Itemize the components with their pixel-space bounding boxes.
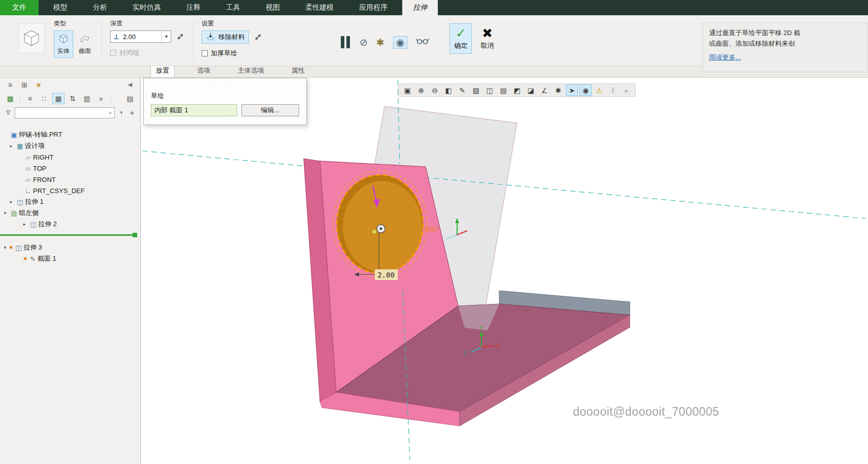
tab-body-options[interactable]: 主体选项 [233, 65, 269, 77]
tree-item-part[interactable]: ▣ 焊锡-转轴.PRT [0, 129, 140, 140]
feature-preview-icon[interactable]: ◉ [393, 36, 408, 49]
sketch-collector-field[interactable]: 内部 截面 1 [151, 104, 237, 116]
tree-item-label: 拉伸 3 [23, 243, 42, 252]
expander-icon[interactable]: ▸ [7, 143, 15, 148]
folder-browser-icon[interactable]: ⊞ [18, 79, 30, 90]
tree-item-design-items[interactable]: ▸ ▦ 设计项 [0, 140, 140, 151]
expander-icon[interactable]: ▸ [7, 199, 15, 204]
menu-tools[interactable]: 工具 [215, 0, 251, 15]
verify-feature-icon[interactable]: ✱ [376, 38, 384, 47]
menu-live-simulation[interactable]: 实时仿真 [122, 0, 172, 15]
tab-options[interactable]: 选项 [192, 65, 215, 77]
settings-group-label: 设置 [202, 19, 264, 28]
filter-icon[interactable]: ∇ [4, 109, 12, 116]
glasses-3d-icon[interactable] [416, 38, 429, 47]
tree-item-top-plane[interactable]: ▱ TOP [0, 163, 140, 174]
repaint-icon[interactable]: ◧ [442, 84, 455, 96]
solid-button[interactable]: 实体 [54, 30, 73, 58]
menu-analysis[interactable]: 分析 [82, 0, 118, 15]
zoom-out-icon[interactable]: ⊖ [429, 84, 441, 96]
more-tools-icon[interactable]: » [95, 93, 107, 104]
columns-icon[interactable]: ▥ [81, 93, 93, 104]
menu-applications[interactable]: 应用程序 [348, 0, 398, 15]
depth-value-input[interactable]: 2.00 [122, 33, 162, 41]
menu-model[interactable]: 模型 [43, 0, 78, 15]
insert-here-knob[interactable] [133, 233, 137, 237]
panel-drag-handle[interactable]: · · · · [151, 79, 299, 85]
collapse-panel-icon[interactable]: ◀ [124, 79, 136, 90]
sketch-pen-icon[interactable]: ✎ [456, 84, 468, 96]
thicken-sketch-checkbox[interactable] [202, 50, 208, 56]
zoom-in-icon[interactable]: ⊕ [415, 84, 427, 96]
menu-flexible-modeling[interactable]: 柔性建模 [295, 0, 344, 15]
warning-icon[interactable]: ⚠ [593, 84, 605, 96]
insert-here-indicator[interactable] [0, 234, 137, 236]
depth-combo[interactable]: ⊥ 2.00 ▼ [110, 30, 171, 43]
graphics-viewport[interactable]: 2.00 截面1 Y X Z ▣ [141, 78, 868, 464]
no-preview-icon[interactable]: ⊘ [360, 38, 368, 47]
edit-sketch-button[interactable]: 编辑... [241, 104, 299, 116]
select-mode-icon[interactable]: ➤ [566, 84, 578, 96]
tree-search-input[interactable] [15, 108, 106, 117]
surface-button[interactable]: 曲面 [75, 30, 94, 58]
flip-depth-direction-icon[interactable] [175, 31, 186, 42]
display-style-icon[interactable]: ▧ [470, 84, 482, 96]
tree-item-csys[interactable]: ∟ PRT_CSYS_DEF [0, 185, 140, 196]
pause-bar-icon [341, 36, 344, 48]
group-icon: ▤ [9, 209, 19, 217]
tree-item-extrude-2[interactable]: ▸ ◫ 拉伸 2 [0, 219, 140, 230]
menu-view[interactable]: 视图 [255, 0, 291, 15]
zoom-region-icon[interactable]: ▣ [401, 84, 413, 96]
tree-item-right-plane[interactable]: ▱ RIGHT [0, 151, 140, 163]
snap-mode-icon[interactable]: ◉ [580, 84, 592, 96]
search-field-wrap: × [15, 107, 115, 118]
cancel-button[interactable]: ✖ 取消 [476, 23, 498, 54]
ok-button[interactable]: ✓ 确定 [449, 23, 472, 54]
annotation-display-icon[interactable]: ∠ [538, 84, 551, 96]
tree-item-group-left[interactable]: ▾ ▤ 组左侧 [0, 207, 140, 219]
open-sheet-icon[interactable]: ▤ [124, 93, 136, 104]
tree-settings-icon[interactable]: ▩ [4, 93, 16, 104]
pause-button[interactable] [340, 36, 351, 48]
menu-annotate[interactable]: 注释 [176, 0, 211, 15]
sketch-center-point[interactable] [372, 230, 377, 234]
tab-properties[interactable]: 属性 [286, 65, 310, 77]
add-filter-icon[interactable]: + [128, 109, 136, 117]
tree-item-front-plane[interactable]: ▱ FRONT [0, 174, 140, 185]
toolbar-separator [111, 95, 111, 103]
extrude-icon: ◫ [15, 198, 25, 206]
pause-display-icon[interactable]: ‖ [607, 84, 619, 96]
depth-type-icon[interactable]: ⊥ [111, 33, 122, 41]
part-icon: ▣ [9, 131, 19, 139]
section-view-icon[interactable]: ◫ [484, 84, 496, 96]
tree-item-extrude-3[interactable]: ▾ ✱ ◫ 拉伸 3 [0, 242, 140, 253]
placement-panel: · · · · 草绘 内部 截面 1 编辑... [143, 78, 307, 125]
search-dropdown-icon[interactable]: ▾ [117, 109, 125, 116]
favorites-icon[interactable]: ★ [33, 79, 45, 90]
flip-material-side-icon[interactable] [252, 32, 264, 43]
scene-settings-icon[interactable]: ◩ [511, 84, 523, 96]
read-more-link[interactable]: 阅读更多... [709, 52, 741, 63]
thicken-sketch-toggle[interactable]: 加厚草绘 [202, 49, 264, 58]
menu-tab-extrude[interactable]: 拉伸 [402, 0, 438, 15]
expander-icon[interactable]: ▸ [20, 222, 28, 227]
datum-display-icon[interactable]: ◪ [525, 84, 537, 96]
remove-material-button[interactable]: 移除材料 [202, 30, 249, 44]
menu-file[interactable]: 文件 [0, 0, 39, 15]
expander-icon[interactable]: ▾ [1, 245, 9, 250]
sort-icon[interactable]: ⇅ [67, 93, 79, 104]
depth-dimension-text[interactable]: 2.00 [377, 271, 395, 279]
capture-image-icon[interactable]: ▤ [497, 84, 509, 96]
tree-item-extrude-1[interactable]: ▸ ◫ 拉伸 1 [0, 196, 140, 207]
clear-search-icon[interactable]: × [106, 110, 114, 116]
model-tree-icon[interactable]: ≡ [4, 79, 16, 90]
grid-view-icon[interactable]: ▦ [52, 93, 65, 104]
detail-view-icon[interactable]: ∷ [38, 93, 50, 104]
model-view-canvas[interactable]: 2.00 截面1 Y X Z [141, 78, 867, 464]
step-forward-icon[interactable]: ▸ [621, 84, 633, 96]
list-view-icon[interactable]: ≡ [24, 93, 36, 104]
expander-icon[interactable]: ▾ [1, 210, 9, 215]
enhanced-realism-icon[interactable]: ✱ [552, 84, 564, 96]
tree-item-section-1[interactable]: ✱ ✎ 截面 1 [0, 253, 140, 264]
depth-dropdown-arrow[interactable]: ▼ [162, 31, 171, 42]
